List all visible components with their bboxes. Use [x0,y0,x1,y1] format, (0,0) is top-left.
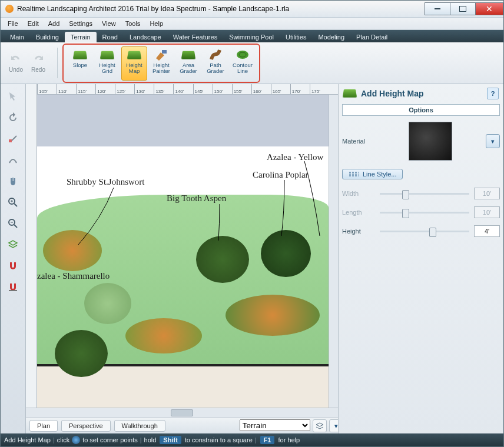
status-mode: Add Height Map [4,436,51,443]
rotate-icon [8,112,18,123]
statusbar: Add Height Map | click to set corner poi… [1,433,503,446]
chevron-down-icon: ▾ [334,422,338,430]
terrain-tools-group: Slope Height Grid Height Map Height Pain… [62,44,260,83]
minimize-button[interactable] [425,2,450,15]
material-preview[interactable] [409,122,452,161]
panel-title: Add Height Map [361,89,482,98]
line-style-button[interactable]: Line Style... [342,169,403,179]
left-toolbar [1,84,26,433]
menu-tools[interactable]: Tools [122,19,144,28]
ribbontab-main[interactable]: Main [4,32,30,42]
menu-file[interactable]: File [4,19,22,28]
tool-grid[interactable] [4,236,22,253]
menu-view[interactable]: View [98,19,120,28]
contour-icon [236,49,250,61]
ribbontab-terrain[interactable]: Terrain [65,32,97,42]
height-value[interactable]: 4' [474,225,500,237]
undo-icon [9,54,23,65]
ribbontab-water[interactable]: Water Features [167,32,223,42]
svg-point-1 [237,51,248,59]
menu-edit[interactable]: Edit [24,19,42,28]
length-slider [380,212,469,214]
tool-magnet-alt[interactable] [4,278,22,296]
height-label: Height [342,228,375,235]
grid-icon [8,239,18,250]
hand-icon [8,176,18,186]
maximize-button[interactable] [450,2,476,15]
ribbontab-utilities[interactable]: Utilities [280,32,312,42]
height-slider[interactable] [380,231,469,232]
tool-curve[interactable] [4,151,22,169]
tool-slope[interactable]: Slope [67,46,93,81]
zoom-out-icon [8,218,18,229]
tool-area-grader[interactable]: Area Grader [175,46,201,81]
window-controls: ✕ [425,2,503,15]
layer-toggle-button[interactable] [313,419,327,432]
close-button[interactable]: ✕ [475,2,503,15]
magnet-alt-icon [8,282,18,292]
app-window: Realtime Landscaping Architect 2016 Tria… [0,0,504,447]
tool-height-painter[interactable]: Height Painter [148,46,174,81]
redo-icon [31,54,45,65]
svg-rect-6 [9,290,17,291]
viewtab-walkthrough[interactable]: Walkthrough [114,420,165,432]
ribbon: Undo Redo Slope Height Grid Height Map H… [1,42,503,84]
options-header: Options [342,104,500,116]
ribbontab-modeling[interactable]: Modeling [312,32,350,42]
scrollbar-horizontal[interactable] [26,408,338,418]
edit-points-icon [8,134,18,144]
tool-contour-line[interactable]: Contour Line [230,46,256,81]
design-canvas[interactable]: Azalea - Yellow Shrubby St.Johnswort Car… [37,95,329,408]
zoom-in-icon [8,197,18,208]
view-mode-select[interactable]: Terrain [240,419,310,431]
brush-icon [154,49,169,61]
path-icon [209,49,222,61]
pointer-icon [8,91,18,102]
viewtab-plan[interactable]: Plan [29,420,58,432]
menu-help[interactable]: Help [146,19,167,28]
shift-key-chip: Shift [160,436,181,444]
ribbontab-building[interactable]: Building [30,32,65,42]
tool-height-grid[interactable]: Height Grid [94,46,120,81]
tool-pan[interactable] [4,172,22,190]
tool-height-map[interactable]: Height Map [121,46,147,81]
scrollbar-vertical[interactable] [329,95,338,408]
ribbontab-road[interactable]: Road [97,32,124,42]
tool-zoom-out[interactable] [4,215,22,232]
f1-key-chip: F1 [260,436,275,444]
callout-lines [37,95,329,408]
magnet-icon [8,261,18,271]
svg-rect-0 [162,50,167,54]
width-label: Width [342,190,375,197]
tool-path-grader[interactable]: Path Grader [203,46,228,81]
menu-settings[interactable]: Settings [65,19,96,28]
line-style-icon [349,171,359,177]
ribbontab-plandetail[interactable]: Plan Detail [350,32,393,42]
length-value: 10' [474,206,500,218]
curve-icon [8,155,18,165]
ribbontab-landscape[interactable]: Landscape [124,32,167,42]
ribbon-tabs: Main Building Terrain Road Landscape Wat… [1,30,503,42]
tool-magnet[interactable] [4,257,22,275]
ribbontab-pool[interactable]: Swimming Pool [223,32,280,42]
redo-button[interactable]: Redo [28,47,49,79]
tool-edit-points[interactable] [4,130,22,148]
undo-button[interactable]: Undo [5,47,26,79]
layers-icon [316,422,324,429]
width-slider [380,193,469,195]
length-label: Length [342,209,375,216]
viewtab-perspective[interactable]: Perspective [61,420,110,432]
window-title: Realtime Landscaping Architect 2016 Tria… [17,5,425,13]
tool-rotate[interactable] [4,109,22,126]
click-icon [72,436,80,444]
titlebar: Realtime Landscaping Architect 2016 Tria… [1,1,503,18]
tool-zoom-in[interactable] [4,194,22,211]
tool-pointer[interactable] [4,88,22,105]
chevron-down-icon: ▾ [491,138,495,145]
material-dropdown[interactable]: ▾ [486,134,500,148]
panel-help-button[interactable]: ? [487,88,499,99]
ruler-horizontal: 105'110'115' 120'125'130' 135'140'145' 1… [37,84,329,95]
material-label: Material [342,138,375,145]
menu-add[interactable]: Add [45,19,64,28]
properties-panel: Add Height Map ? Options Material ▾ Line… [338,84,503,433]
